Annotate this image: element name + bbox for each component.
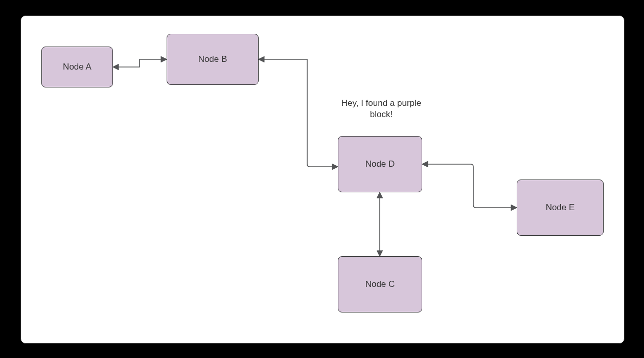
edge-a-b [113,59,167,67]
node-a[interactable]: Node A [41,47,113,87]
node-c[interactable]: Node C [338,256,422,312]
diagram-canvas: Node A Node B Node D Node E Node C Hey, … [20,15,625,344]
node-d[interactable]: Node D [338,136,422,192]
annotation-text: Hey, I found a purple block! [323,98,440,120]
node-e[interactable]: Node E [517,180,604,236]
node-a-label: Node A [63,62,91,72]
edge-d-e [422,164,517,208]
node-e-label: Node E [546,203,575,213]
node-d-label: Node D [365,159,395,169]
node-b[interactable]: Node B [167,34,259,85]
node-b-label: Node B [198,54,227,64]
node-c-label: Node C [365,279,395,289]
